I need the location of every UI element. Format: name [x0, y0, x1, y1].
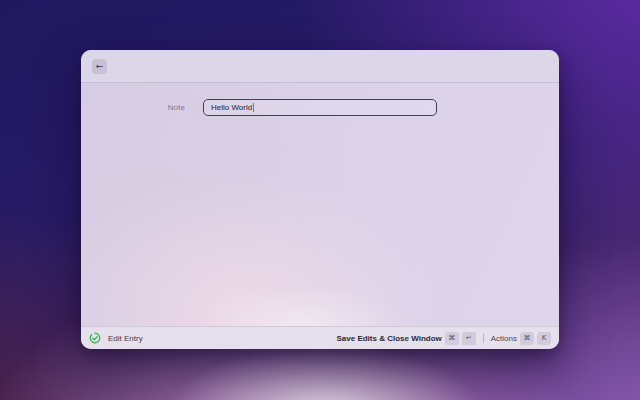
- action-bar: Edit Entry Save Edits & Close Window ⌘ ↵…: [81, 326, 559, 349]
- note-form-row: Note Hello World: [81, 83, 559, 116]
- save-edits-button[interactable]: Save Edits & Close Window ⌘ ↵: [336, 332, 475, 345]
- app-window: ← Note Hello World Edit Entry Save Edits…: [81, 50, 559, 349]
- text-caret: [253, 103, 254, 112]
- footer-actions: Save Edits & Close Window ⌘ ↵ Actions ⌘ …: [336, 332, 551, 345]
- footer-divider: [483, 333, 484, 343]
- footer-source: Edit Entry: [89, 332, 143, 344]
- k-key-badge: K: [537, 332, 551, 345]
- back-arrow-icon: ←: [96, 62, 104, 71]
- cmd-key-badge: ⌘: [520, 332, 534, 345]
- note-input-value: Hello World: [211, 103, 252, 112]
- note-field-label: Note: [81, 103, 185, 112]
- save-edits-label: Save Edits & Close Window: [336, 334, 441, 343]
- return-key-badge: ↵: [462, 332, 476, 345]
- actions-menu-button[interactable]: Actions ⌘ K: [491, 332, 551, 345]
- back-button[interactable]: ←: [92, 59, 107, 74]
- actions-label: Actions: [491, 334, 517, 343]
- note-input[interactable]: Hello World: [203, 99, 437, 116]
- cmd-key-badge: ⌘: [445, 332, 459, 345]
- edit-entry-check-icon: [89, 332, 101, 344]
- source-label: Edit Entry: [108, 334, 143, 343]
- window-header: ←: [81, 50, 559, 83]
- form-area: Note Hello World: [81, 83, 559, 326]
